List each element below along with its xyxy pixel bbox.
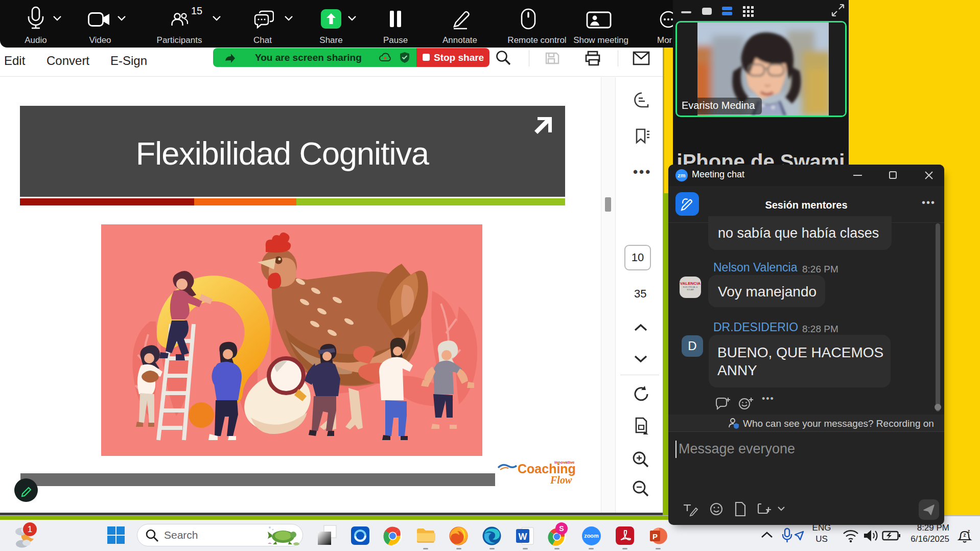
svg-text:Flow: Flow — [550, 474, 572, 486]
svg-text:W: W — [519, 532, 527, 542]
svg-text:innovative: innovative — [554, 460, 575, 465]
svg-text:z: z — [964, 532, 966, 538]
svg-text:z: z — [968, 529, 970, 534]
svg-text:P: P — [652, 532, 658, 541]
